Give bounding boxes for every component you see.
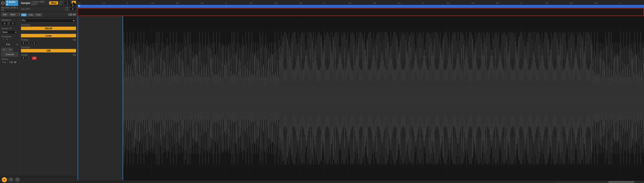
nav-right-button[interactable]: >> <box>8 48 13 52</box>
gain-val[interactable]: 0.00 dB <box>8 61 18 64</box>
pos-val-2[interactable]: 1 <box>26 42 31 45</box>
end-label: End <box>65 7 68 9</box>
settings-tool-button[interactable]: ⚙ <box>15 177 20 182</box>
ruler-mark: 5.3 <box>472 2 474 4</box>
clip-icon <box>1 2 4 4</box>
detune-section: Detune 0 ct 0.00 dB <box>1 58 18 64</box>
ruler-mark: 4.3 <box>373 2 376 4</box>
ruler-mark: 3.2 <box>250 2 253 4</box>
transpose-section: Transpose :2 *2 0 st ◁ <box>1 36 18 46</box>
ruler-mark: 2.4 <box>201 2 204 4</box>
draw-tool-button[interactable]: ● <box>2 177 7 182</box>
clip-name-text: 4-Audio 0008 [2019 <box>32 1 48 6</box>
envelope-label: Envelope <box>21 46 76 48</box>
ruler-mark: 1.4 <box>102 2 105 4</box>
groove-dropdown[interactable]: None ▼ <box>1 30 18 34</box>
semitone-btn-2[interactable]: *2 <box>6 38 9 41</box>
length-label: Length <box>21 54 28 56</box>
hiq-button[interactable]: HiQ <box>21 13 27 16</box>
end-val-2[interactable]: 4 <box>70 7 76 11</box>
main-container: 4-Audio 8 Sample 4-Audio 0008 [2019 Warp… <box>0 0 644 183</box>
ruler-mark: 3.4 <box>299 2 302 4</box>
loop-bar[interactable] <box>78 5 644 8</box>
commit-button[interactable]: Commit <box>1 52 18 56</box>
ruler-mark: 2 <box>127 2 128 4</box>
detune-label: Detune <box>1 58 18 60</box>
ruler-mark: 2.2 <box>152 2 154 4</box>
commit-section: << >> Commit <box>1 48 18 56</box>
ruler-mark: 5.4 <box>496 2 499 4</box>
edit-button[interactable]: Edit <box>1 13 8 16</box>
save-button[interactable]: Save <box>9 13 17 16</box>
waveform-container[interactable] <box>78 16 644 180</box>
set-label-len[interactable]: Set <box>73 54 76 56</box>
mode-section: Pro ▼ <box>21 19 76 22</box>
clip-label: 4-Audio 8 <box>6 0 18 6</box>
ruler-mark: 1.3 <box>78 2 80 4</box>
groove-refresh-icon[interactable]: ↺ <box>9 27 11 30</box>
ruler-mark: 4.4 <box>398 2 401 4</box>
pos-val-1[interactable]: 3 <box>21 42 26 45</box>
sig-denominator[interactable]: 4 <box>10 22 16 25</box>
red-selection-region[interactable] <box>78 8 644 16</box>
seg-bpm-label: Seg. BPM <box>21 8 30 10</box>
scrollbar-thumb[interactable] <box>608 181 634 183</box>
formants-val[interactable]: 100.00 <box>21 27 76 30</box>
envelope-val[interactable]: 128 <box>21 49 76 52</box>
end-val-1[interactable]: 6 <box>70 4 76 7</box>
bottom-toolbar: ● 〜 ⚙ <box>0 176 77 183</box>
ruler-mark: 4.2 <box>348 2 351 4</box>
len-val-3[interactable]: 3 <box>32 56 37 60</box>
left-panel: 4-Audio 8 Sample 4-Audio 0008 [2019 Warp… <box>0 0 78 183</box>
ruler-mark: 2.3 <box>176 2 179 4</box>
ruler-mark: 6.3 <box>570 2 573 4</box>
mode-dropdown[interactable]: Pro ▼ <box>21 19 76 22</box>
wave-tool-button[interactable]: 〜 <box>8 177 14 182</box>
groove-label: Groove <box>1 27 8 30</box>
position-label: Position <box>21 39 29 41</box>
file-info: 48.0 kHz 24 Bit 1 Ch <box>1 6 18 11</box>
ruler-mark: 5.2 <box>447 2 450 4</box>
formants-label: Formants <box>21 24 76 26</box>
ruler-mark: 6.2 <box>546 2 548 4</box>
ruler-mark: 6 <box>521 2 522 4</box>
ruler-mark: 4 <box>324 2 325 4</box>
pitch-value[interactable]: 0 st <box>1 42 15 46</box>
len-val-2[interactable]: 3 <box>26 56 31 60</box>
waveform-canvas[interactable] <box>78 16 644 180</box>
envelope-section: Envelope 128 <box>21 46 76 52</box>
pitch-arrow-icon[interactable]: ◁ <box>16 42 18 46</box>
transpose-label: Transpose <box>1 36 18 38</box>
nav-left-button[interactable]: << <box>1 48 7 52</box>
formants-section: Formants 100.00 <box>21 24 76 30</box>
ruler-mark: 7 <box>619 2 620 4</box>
signature-section: Signature 4 / 4 <box>1 19 18 26</box>
bpm-value[interactable]: 130.00 <box>68 13 76 16</box>
len-val-1[interactable]: 3 <box>21 56 26 60</box>
groove-section: Groove ↺ None ▼ <box>1 27 18 34</box>
set-label-end: Set <box>65 9 68 11</box>
pos-val-3[interactable]: 1 <box>32 42 37 45</box>
detune-val[interactable]: 0 ct <box>1 61 7 64</box>
sig-numerator[interactable]: 4 <box>1 22 8 25</box>
warp-button[interactable]: Warp <box>49 1 58 4</box>
signature-label: Signature <box>1 19 18 21</box>
ruler-mark: 5 <box>422 2 423 4</box>
fade-button[interactable]: Fade <box>27 13 34 16</box>
right-panel: 1.31.422.22.32.433.23.33.444.24.34.455.2… <box>78 0 644 183</box>
set-label-start: Set <box>59 3 63 5</box>
sample-title: Sample <box>21 2 30 4</box>
start-val-1[interactable]: 3 <box>64 0 70 1</box>
timeline-ruler: 1.31.422.22.32.433.23.33.444.24.34.455.2… <box>78 0 644 5</box>
scrollbar-track[interactable] <box>556 181 643 183</box>
ruler-mark: 3.3 <box>274 2 278 4</box>
loop-button[interactable]: Loop <box>21 34 76 37</box>
start-label: Start <box>59 1 63 3</box>
set-label-pos[interactable]: Set <box>73 39 76 41</box>
length-section: Length Set 3 3 3 <box>21 54 76 60</box>
ram-button[interactable]: RAM <box>35 13 42 16</box>
ruler-mark: 6.4 <box>595 2 598 4</box>
scrollbar-row <box>78 180 644 183</box>
semitone-btn-1[interactable]: :2 <box>1 38 5 41</box>
playhead-marker <box>78 5 80 8</box>
